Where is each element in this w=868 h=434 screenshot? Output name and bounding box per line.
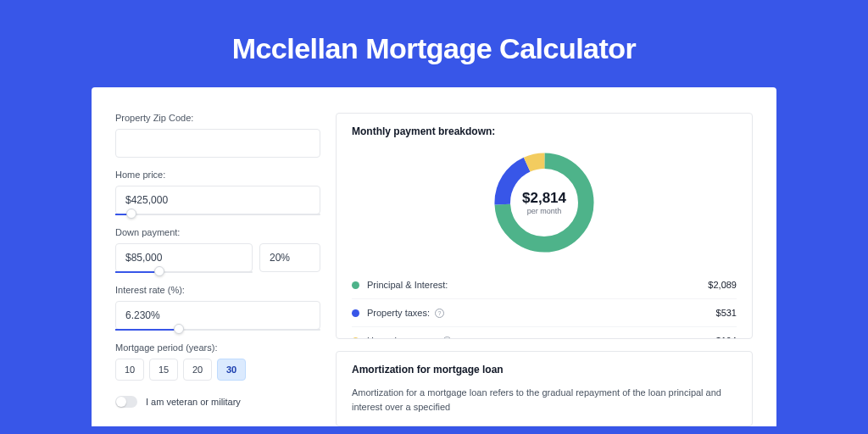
down-label: Down payment: bbox=[115, 227, 320, 237]
period-field-block: Mortgage period (years): 10 15 20 30 bbox=[115, 342, 320, 381]
amortization-card: Amortization for mortgage loan Amortizat… bbox=[336, 351, 753, 426]
legend-label-pi: Principal & Interest: bbox=[367, 280, 708, 290]
zip-label: Property Zip Code: bbox=[115, 113, 320, 123]
legend-row-pi: Principal & Interest: $2,089 bbox=[352, 271, 737, 299]
price-input[interactable] bbox=[115, 186, 320, 214]
legend-label-tax: Property taxes: ? bbox=[367, 308, 716, 318]
legend-text-tax: Property taxes: bbox=[367, 308, 430, 318]
rate-field-block: Interest rate (%): bbox=[115, 285, 320, 331]
down-slider[interactable] bbox=[115, 271, 253, 273]
info-icon[interactable]: ? bbox=[435, 309, 444, 318]
zip-input[interactable] bbox=[115, 129, 320, 158]
results-panel: Monthly payment breakdown: $2,814 per mo… bbox=[336, 113, 753, 426]
price-label: Home price: bbox=[115, 170, 320, 180]
rate-input[interactable] bbox=[115, 301, 320, 330]
dot-icon bbox=[352, 337, 359, 340]
price-slider-thumb[interactable] bbox=[126, 209, 136, 219]
legend-label-ins: Home insurance: ? bbox=[367, 336, 716, 339]
info-icon[interactable]: ? bbox=[442, 337, 452, 340]
dot-icon bbox=[352, 281, 359, 289]
rate-slider-thumb[interactable] bbox=[174, 324, 184, 334]
donut-chart-wrap: $2,814 per month bbox=[352, 147, 737, 258]
period-buttons: 10 15 20 30 bbox=[115, 359, 320, 381]
price-field-block: Home price: bbox=[115, 170, 320, 215]
price-slider[interactable] bbox=[115, 214, 320, 215]
period-btn-30[interactable]: 30 bbox=[217, 359, 246, 381]
legend-row-tax: Property taxes: ? $531 bbox=[352, 299, 737, 327]
calculator-card: Property Zip Code: Home price: Down paym… bbox=[92, 87, 776, 426]
donut-sub: per month bbox=[527, 207, 562, 215]
down-field-block: Down payment: bbox=[115, 227, 320, 273]
veteran-row: I am veteran or military bbox=[115, 396, 320, 408]
amort-title: Amortization for mortgage loan bbox=[352, 364, 737, 376]
down-pct-input[interactable] bbox=[259, 243, 320, 272]
legend-value-tax: $531 bbox=[716, 308, 737, 318]
veteran-label: I am veteran or military bbox=[146, 397, 241, 407]
legend-value-ins: $194 bbox=[716, 336, 737, 339]
toggle-knob bbox=[116, 397, 126, 407]
legend-text-ins: Home insurance: bbox=[367, 336, 437, 339]
donut-chart: $2,814 per month bbox=[489, 147, 599, 258]
breakdown-title: Monthly payment breakdown: bbox=[352, 125, 737, 137]
period-label: Mortgage period (years): bbox=[115, 342, 320, 353]
rate-label: Interest rate (%): bbox=[115, 285, 320, 295]
period-btn-20[interactable]: 20 bbox=[183, 359, 212, 381]
legend-row-ins: Home insurance: ? $194 bbox=[352, 327, 737, 339]
period-btn-15[interactable]: 15 bbox=[149, 359, 178, 381]
donut-amount: $2,814 bbox=[522, 190, 566, 207]
dot-icon bbox=[352, 309, 359, 317]
down-slider-thumb[interactable] bbox=[154, 266, 164, 276]
veteran-toggle[interactable] bbox=[115, 396, 137, 408]
page-title: Mcclellan Mortgage Calculator bbox=[0, 0, 868, 87]
rate-slider[interactable] bbox=[115, 329, 320, 331]
breakdown-card: Monthly payment breakdown: $2,814 per mo… bbox=[336, 113, 753, 339]
period-btn-10[interactable]: 10 bbox=[115, 359, 144, 381]
donut-center: $2,814 per month bbox=[489, 147, 599, 258]
inputs-panel: Property Zip Code: Home price: Down paym… bbox=[115, 113, 320, 426]
amort-text: Amortization for a mortgage loan refers … bbox=[352, 386, 737, 414]
down-amount-input[interactable] bbox=[115, 243, 253, 272]
legend-value-pi: $2,089 bbox=[708, 280, 737, 290]
zip-field-block: Property Zip Code: bbox=[115, 113, 320, 158]
